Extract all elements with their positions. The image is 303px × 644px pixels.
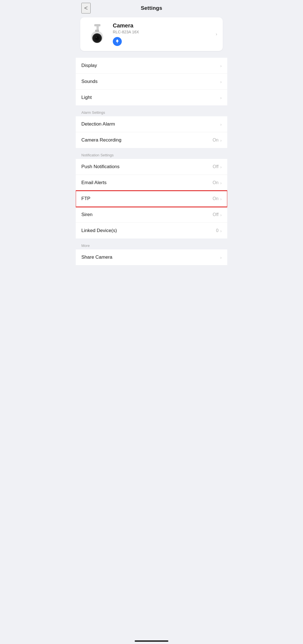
settings-item-ftp[interactable]: FTPOn› xyxy=(76,191,227,207)
camera-image xyxy=(86,23,108,45)
camera-name: Camera xyxy=(113,22,211,29)
camera-info: Camera RLC-823A 16X xyxy=(113,22,211,46)
settings-label-detection-alarm: Detection Alarm xyxy=(81,121,115,127)
settings-label-push-notifications: Push Notifications xyxy=(81,164,120,170)
settings-group-basic: Display›Sounds›Light› xyxy=(76,58,227,105)
chevron-icon-camera-recording: › xyxy=(220,138,222,143)
settings-item-camera-recording[interactable]: Camera RecordingOn› xyxy=(76,132,227,148)
settings-right-linked-devices: 0› xyxy=(216,228,222,233)
page-title: Settings xyxy=(141,5,162,11)
settings-right-push-notifications: Off› xyxy=(213,164,222,169)
settings-right-display: › xyxy=(220,63,222,68)
settings-right-sounds: › xyxy=(220,79,222,84)
settings-right-detection-alarm: › xyxy=(220,122,222,127)
settings-group-more: Share Camera› xyxy=(76,249,227,265)
home-indicator xyxy=(76,637,227,644)
chevron-icon-share-camera: › xyxy=(220,255,222,260)
header: < Settings xyxy=(76,0,227,15)
back-button[interactable]: < xyxy=(81,3,91,13)
settings-group-alarm: Detection Alarm›Camera RecordingOn› xyxy=(76,116,227,148)
settings-item-display[interactable]: Display› xyxy=(76,58,227,74)
chevron-icon-siren: › xyxy=(220,212,222,217)
settings-label-camera-recording: Camera Recording xyxy=(81,137,121,143)
settings-label-display: Display xyxy=(81,63,97,68)
settings-container: Display›Sounds›Light›Alarm SettingsDetec… xyxy=(76,55,227,265)
svg-rect-12 xyxy=(117,42,118,43)
settings-label-linked-devices: Linked Device(s) xyxy=(81,228,117,233)
settings-right-ftp: On› xyxy=(213,196,222,201)
section-gap-basic xyxy=(76,55,227,58)
settings-value-linked-devices: 0 xyxy=(216,228,219,233)
settings-right-siren: Off› xyxy=(213,212,222,217)
settings-label-light: Light xyxy=(81,95,92,100)
settings-label-siren: Siren xyxy=(81,212,93,217)
svg-point-8 xyxy=(96,37,97,38)
svg-rect-14 xyxy=(118,40,118,41)
chevron-icon-email-alerts: › xyxy=(220,180,222,185)
svg-rect-9 xyxy=(95,30,99,32)
connection-status-icon xyxy=(113,37,122,46)
settings-item-push-notifications[interactable]: Push NotificationsOff› xyxy=(76,159,227,175)
home-bar xyxy=(135,640,168,642)
settings-item-sounds[interactable]: Sounds› xyxy=(76,74,227,90)
settings-item-linked-devices[interactable]: Linked Device(s)0› xyxy=(76,223,227,238)
section-header-more: More xyxy=(76,241,227,249)
svg-rect-13 xyxy=(116,40,117,41)
settings-value-camera-recording: On xyxy=(213,138,219,143)
settings-value-push-notifications: Off xyxy=(213,164,219,169)
settings-item-email-alerts[interactable]: Email AlertsOn› xyxy=(76,175,227,191)
section-gap-notification xyxy=(76,148,227,151)
settings-label-ftp: FTP xyxy=(81,196,90,201)
camera-model: RLC-823A 16X xyxy=(113,30,211,34)
settings-item-light[interactable]: Light› xyxy=(76,90,227,105)
settings-value-email-alerts: On xyxy=(213,180,219,185)
chevron-icon-push-notifications: › xyxy=(220,165,222,169)
settings-right-share-camera: › xyxy=(220,255,222,260)
camera-card-chevron: › xyxy=(216,32,217,37)
settings-right-camera-recording: On› xyxy=(213,138,222,143)
section-header-notification: Notification Settings xyxy=(76,151,227,159)
chevron-icon-ftp: › xyxy=(220,196,222,201)
chevron-icon-linked-devices: › xyxy=(220,228,222,233)
settings-right-email-alerts: On› xyxy=(213,180,222,185)
section-gap-alarm xyxy=(76,105,227,108)
settings-right-light: › xyxy=(220,95,222,100)
settings-group-notification: Push NotificationsOff›Email AlertsOn›FTP… xyxy=(76,159,227,238)
chevron-icon-display: › xyxy=(220,63,222,68)
settings-label-email-alerts: Email Alerts xyxy=(81,180,107,186)
chevron-icon-light: › xyxy=(220,95,222,100)
section-gap-more xyxy=(76,238,227,241)
settings-label-sounds: Sounds xyxy=(81,79,98,84)
svg-rect-1 xyxy=(94,24,100,26)
settings-item-siren[interactable]: SirenOff› xyxy=(76,207,227,223)
settings-value-siren: Off xyxy=(213,212,219,217)
camera-card[interactable]: Camera RLC-823A 16X › xyxy=(80,17,223,51)
section-header-alarm: Alarm Settings xyxy=(76,108,227,116)
settings-item-detection-alarm[interactable]: Detection Alarm› xyxy=(76,116,227,132)
chevron-icon-sounds: › xyxy=(220,79,222,84)
settings-label-share-camera: Share Camera xyxy=(81,254,113,260)
settings-item-share-camera[interactable]: Share Camera› xyxy=(76,249,227,265)
settings-value-ftp: On xyxy=(213,196,219,201)
chevron-icon-detection-alarm: › xyxy=(220,122,222,127)
